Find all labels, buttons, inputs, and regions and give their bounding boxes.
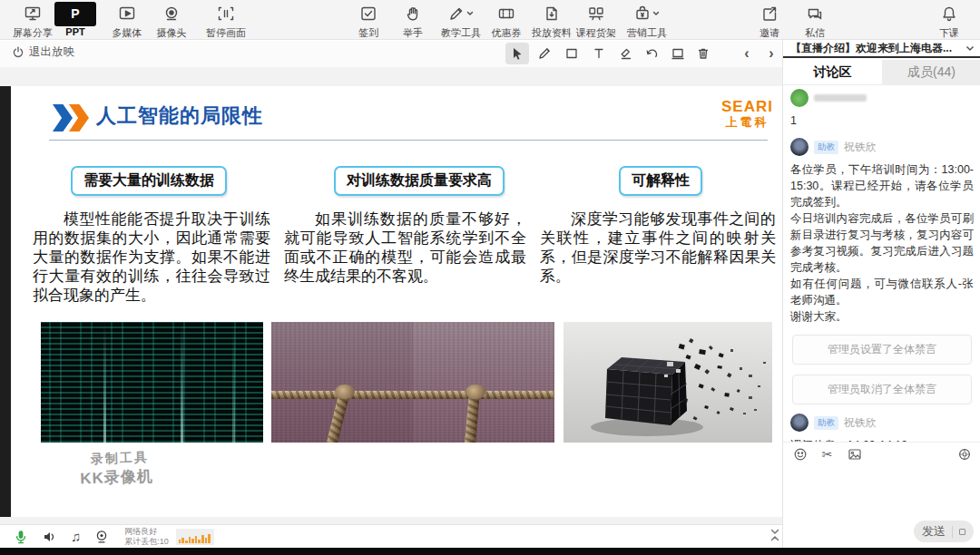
- scissors-icon: ✂: [822, 447, 833, 462]
- column-body-text: 模型性能能否提升取决于训练用的数据集的大小，因此通常需要大量的数据作为支撑。如果…: [33, 209, 270, 305]
- send-row: 发送: [783, 518, 980, 548]
- toolbar-item-private-message[interactable]: 私信: [780, 2, 849, 40]
- teaching-tools-icon: [447, 2, 475, 25]
- watermark-line2: KK录像机: [80, 466, 153, 490]
- tab-members[interactable]: 成员(44): [882, 60, 980, 84]
- sender-name: 祝铁欣: [844, 140, 877, 155]
- toolbar-item-label: 营销工具: [627, 26, 667, 40]
- course-shelf-icon: [587, 2, 605, 25]
- next-slide-button[interactable]: ›: [760, 43, 783, 64]
- toolbar-item-label: 邀请: [760, 26, 779, 40]
- toolbar-item-label: 举手: [403, 26, 423, 40]
- sender-name: 祝铁欣: [844, 415, 877, 431]
- microphone-button[interactable]: [13, 529, 29, 545]
- exit-presentation-button[interactable]: 退出放映: [11, 44, 74, 60]
- collapse-stage-button[interactable]: [768, 528, 784, 544]
- toolbar-item-label: 签到: [358, 26, 378, 40]
- message-text: 1: [790, 112, 974, 129]
- chat-message-list[interactable]: 1 助教 祝铁欣 各位学员，下午培训时间为：13:00-15:30。课程已经开始…: [783, 85, 980, 442]
- network-bars-chart: [176, 529, 214, 545]
- eraser-icon: [619, 46, 633, 61]
- camera-status-button[interactable]: [93, 529, 110, 545]
- toolbar-item-label: 摄像头: [157, 26, 187, 40]
- pause-screen-icon: [217, 2, 235, 25]
- chat-message: 助教 祝铁欣 各位学员，下午培训时间为：13:00-15:30。课程已经开始，请…: [790, 138, 974, 325]
- toolbar-item-end-class[interactable]: 下课: [915, 2, 980, 40]
- assistant-badge: 助教: [814, 141, 838, 154]
- chat-input-toolbar: ✂: [783, 442, 980, 465]
- prev-slide-button[interactable]: ‹: [735, 43, 759, 64]
- background-music-button[interactable]: ♫: [71, 529, 81, 544]
- slide-title: 人工智能的局限性: [96, 102, 263, 130]
- tool-eraser[interactable]: [614, 43, 638, 64]
- system-message: 管理员设置了全体禁言: [792, 335, 972, 365]
- tool-delete[interactable]: [691, 43, 715, 64]
- chat-input-area[interactable]: [783, 465, 980, 518]
- tool-clear-screen[interactable]: [666, 43, 690, 64]
- gear-icon: [957, 447, 972, 462]
- invite-share-icon: [760, 2, 779, 25]
- text-tool-icon: [592, 46, 606, 61]
- coupon-ticket-icon: [497, 2, 515, 25]
- title-chevron-icon: [53, 104, 73, 131]
- announcement-text: 【直播介绍】欢迎来到上海电器...: [790, 41, 959, 56]
- system-message: 管理员取消了全体禁言: [792, 375, 972, 404]
- chevron-down-icon: [652, 9, 661, 18]
- network-status: 网络良好 累计丢包:10: [124, 527, 169, 547]
- matrix-digital-rain-image: [41, 322, 263, 443]
- toolbar-item-pause-screen[interactable]: 暂停画面: [191, 2, 260, 40]
- tool-undo[interactable]: [640, 43, 663, 64]
- chat-message: 助教 祝铁欣 课间休息：14:09-14:19: [790, 414, 974, 442]
- screenshot-button[interactable]: ✂: [819, 446, 835, 462]
- tool-rectangle[interactable]: [560, 43, 583, 64]
- tool-pen[interactable]: [533, 43, 556, 64]
- emoji-button[interactable]: [792, 446, 808, 462]
- tool-text[interactable]: [587, 43, 611, 64]
- disintegrating-cube-image: [564, 322, 772, 443]
- chevron-down-icon[interactable]: [965, 43, 975, 54]
- sender-name: [814, 94, 867, 102]
- undo-icon: [644, 46, 659, 61]
- power-icon: [11, 45, 25, 60]
- clear-screen-icon: [671, 46, 685, 61]
- divider: [952, 526, 953, 538]
- column-body-text: 深度学习能够发现事件之间的关联性，建立事件之间的映射关系，但是深度学习不能解释因…: [540, 209, 776, 286]
- microphone-icon: [13, 529, 29, 545]
- tool-select-cursor[interactable]: [505, 43, 529, 64]
- emoji-icon: [793, 447, 808, 462]
- top-toolbar: 屏幕分享 P PPT 多媒体 摄像头 暂停画面: [0, 0, 980, 40]
- packet-loss-text: 累计丢包:10: [124, 537, 169, 547]
- rectangle-icon: [564, 46, 579, 61]
- toolbar-item-label: PPT: [65, 26, 84, 37]
- speaker-button[interactable]: [42, 529, 58, 545]
- live-class-window: 屏幕分享 P PPT 多媒体 摄像头 暂停画面: [0, 0, 980, 555]
- logo-primary-text: SEARI: [721, 99, 773, 114]
- send-options-icon[interactable]: [959, 529, 965, 535]
- avatar: [790, 138, 808, 156]
- send-button[interactable]: 发送: [914, 521, 974, 542]
- chat-settings-button[interactable]: [956, 446, 972, 462]
- column-heading-box: 对训练数据质量要求高: [334, 166, 505, 196]
- column-body-text: 如果训练数据的质量不够好，就可能导致人工智能系统学到不全面或不正确的模型，可能会…: [284, 209, 526, 286]
- avatar: [790, 89, 808, 107]
- toolbar-item-label: 私信: [805, 26, 825, 40]
- logo-secondary-text: 上電科: [721, 116, 773, 128]
- sign-in-check-icon: [359, 2, 377, 25]
- frayed-rope-image: [271, 322, 554, 443]
- toolbar-item-marketing-tools[interactable]: 营销工具: [612, 2, 681, 40]
- slide-title-row: 人工智能的局限性: [49, 101, 768, 141]
- status-bar: ♫ 网络良好 累计丢包:10: [0, 524, 782, 548]
- cursor-icon: [510, 46, 524, 61]
- message-text: 各位学员，下午培训时间为：13:00-15:30。课程已经开始，请各位学员完成签…: [790, 161, 974, 325]
- image-upload-button[interactable]: [847, 446, 862, 462]
- collapse-arrows-icon: [768, 528, 782, 542]
- chat-panel: 【直播介绍】欢迎来到上海电器... 讨论区 成员(44) 1 助教 祝铁欣: [782, 40, 980, 548]
- exit-presentation-label: 退出放映: [29, 44, 74, 60]
- announcement-bar[interactable]: 【直播介绍】欢迎来到上海电器...: [783, 40, 980, 58]
- ppt-icon: P: [54, 2, 96, 25]
- image-icon: [848, 447, 862, 462]
- webcam-icon: [93, 529, 110, 545]
- tab-discussion[interactable]: 讨论区: [783, 60, 882, 84]
- chat-message: 1: [790, 89, 974, 129]
- column-heading-box: 需要大量的训练数据: [71, 166, 227, 196]
